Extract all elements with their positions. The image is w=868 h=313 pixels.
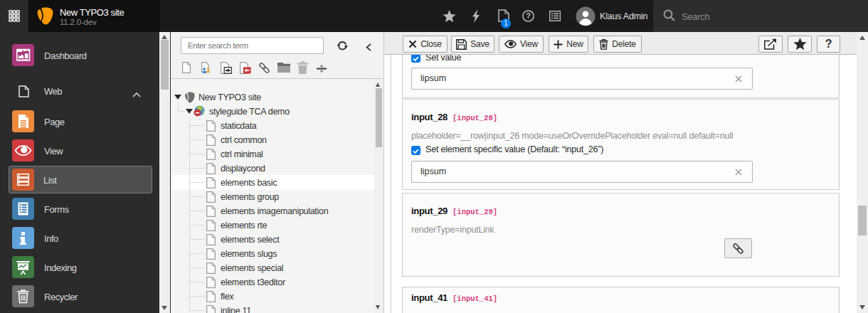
svg-text:?: ? <box>526 11 531 20</box>
